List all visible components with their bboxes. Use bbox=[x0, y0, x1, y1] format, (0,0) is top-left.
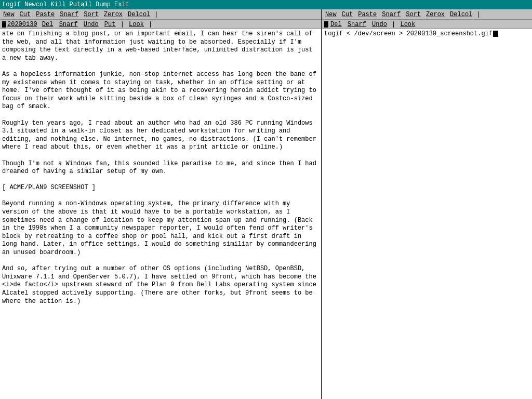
right-header-undo[interactable]: Undo bbox=[371, 21, 388, 28]
left-toolbar: New Cut Paste Snarf Sort Zerox Delcol | bbox=[0, 9, 321, 20]
right-header-look[interactable]: Look bbox=[399, 21, 416, 28]
title-text: togif Newcol Kill Putall Dump Exit bbox=[2, 1, 129, 8]
right-toolbar-new[interactable]: New bbox=[324, 11, 338, 18]
left-toolbar-cut[interactable]: Cut bbox=[19, 11, 32, 18]
right-toolbar-delcol[interactable]: Delcol bbox=[449, 11, 473, 18]
left-cursor-bar bbox=[2, 21, 6, 28]
right-header-sep2 bbox=[367, 21, 371, 28]
left-header-sep4 bbox=[100, 21, 103, 28]
left-content-area[interactable]: ate on finishing a blog post, or an impo… bbox=[0, 29, 321, 399]
left-header-sep3 bbox=[79, 21, 83, 28]
title-bar: togif Newcol Kill Putall Dump Exit bbox=[0, 0, 532, 9]
left-header-del[interactable]: Del bbox=[41, 21, 55, 28]
left-filename[interactable]: 20200130 bbox=[7, 21, 37, 28]
right-file-header: Del Snarf Undo | Look bbox=[322, 20, 532, 29]
right-cursor bbox=[493, 31, 498, 37]
left-toolbar-end: | bbox=[154, 11, 158, 18]
right-header-del[interactable]: Del bbox=[329, 21, 343, 28]
right-toolbar: New Cut Paste Snarf Sort Zerox Delcol | bbox=[322, 9, 532, 20]
right-toolbar-cut[interactable]: Cut bbox=[341, 11, 354, 18]
left-toolbar-paste[interactable]: Paste bbox=[35, 11, 56, 18]
left-header-undo[interactable]: Undo bbox=[83, 21, 100, 28]
left-file-header: 20200130 Del Snarf Undo Put | Look | bbox=[0, 20, 321, 29]
left-header-put[interactable]: Put bbox=[103, 21, 117, 28]
left-header-pipe: | bbox=[116, 21, 128, 28]
left-panel: New Cut Paste Snarf Sort Zerox Delcol | … bbox=[0, 9, 322, 399]
right-toolbar-sort[interactable]: Sort bbox=[405, 11, 422, 18]
left-toolbar-delcol[interactable]: Delcol bbox=[127, 11, 151, 18]
right-cursor-bar bbox=[324, 21, 328, 28]
left-header-snarf[interactable]: Snarf bbox=[58, 21, 79, 28]
right-toolbar-paste[interactable]: Paste bbox=[357, 11, 378, 18]
right-content-area[interactable]: togif < /dev/screen > 20200130_screensho… bbox=[322, 29, 532, 399]
left-toolbar-new[interactable]: New bbox=[2, 11, 16, 18]
left-header-sep2 bbox=[54, 21, 58, 28]
right-toolbar-snarf[interactable]: Snarf bbox=[381, 11, 402, 18]
right-command-text: togif < /dev/screen > 20200130_screensho… bbox=[324, 30, 493, 37]
screen: togif Newcol Kill Putall Dump Exit New C… bbox=[0, 0, 532, 399]
right-header-snarf[interactable]: Snarf bbox=[347, 21, 367, 28]
main-area: New Cut Paste Snarf Sort Zerox Delcol | … bbox=[0, 9, 532, 399]
right-header-sep1 bbox=[343, 21, 347, 28]
right-panel: New Cut Paste Snarf Sort Zerox Delcol | … bbox=[322, 9, 532, 399]
left-toolbar-sort[interactable]: Sort bbox=[83, 11, 100, 18]
right-header-pipe: | bbox=[388, 21, 400, 28]
left-header-end: | bbox=[145, 21, 152, 28]
right-toolbar-end: | bbox=[476, 11, 480, 18]
left-header-look[interactable]: Look bbox=[128, 21, 145, 28]
right-toolbar-zerox[interactable]: Zerox bbox=[425, 11, 446, 18]
left-toolbar-zerox[interactable]: Zerox bbox=[103, 11, 124, 18]
left-toolbar-snarf[interactable]: Snarf bbox=[59, 11, 79, 18]
left-header-sep1 bbox=[37, 21, 41, 28]
